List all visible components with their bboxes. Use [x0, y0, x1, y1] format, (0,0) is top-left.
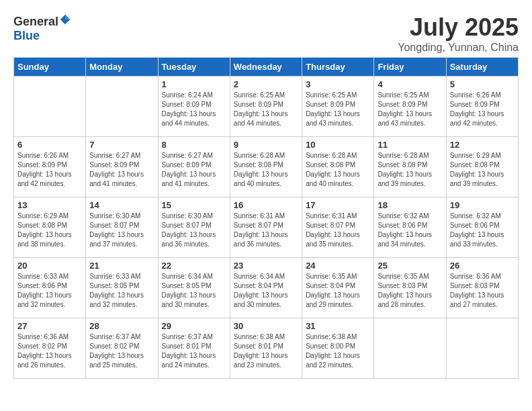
calendar-cell: [86, 77, 158, 137]
calendar-cell: 31Sunrise: 6:38 AM Sunset: 8:00 PM Dayli…: [302, 318, 374, 379]
day-number: 23: [234, 261, 298, 271]
logo-blue: Blue: [13, 29, 40, 42]
day-number: 7: [89, 140, 154, 150]
calendar-cell: 4Sunrise: 6:25 AM Sunset: 8:09 PM Daylig…: [374, 77, 446, 137]
day-info: Sunrise: 6:27 AM Sunset: 8:09 PM Dayligh…: [162, 151, 226, 189]
day-info: Sunrise: 6:38 AM Sunset: 8:00 PM Dayligh…: [306, 332, 370, 370]
day-info: Sunrise: 6:35 AM Sunset: 8:04 PM Dayligh…: [306, 272, 370, 310]
calendar-cell: 11Sunrise: 6:28 AM Sunset: 8:08 PM Dayli…: [374, 137, 446, 197]
day-number: 17: [306, 200, 370, 210]
day-number: 28: [89, 321, 154, 331]
day-number: 12: [450, 140, 515, 150]
weekday-header-sunday: Sunday: [14, 58, 86, 77]
day-number: 11: [378, 140, 442, 150]
calendar-cell: 25Sunrise: 6:35 AM Sunset: 8:03 PM Dayli…: [374, 258, 446, 318]
day-info: Sunrise: 6:29 AM Sunset: 8:08 PM Dayligh…: [17, 212, 82, 249]
day-number: 29: [162, 321, 226, 331]
day-info: Sunrise: 6:36 AM Sunset: 8:03 PM Dayligh…: [450, 272, 515, 310]
day-number: 5: [450, 79, 515, 89]
day-info: Sunrise: 6:28 AM Sunset: 8:08 PM Dayligh…: [306, 151, 370, 189]
day-number: 25: [378, 261, 442, 271]
day-number: 3: [306, 79, 370, 89]
logo: General Blue: [13, 13, 71, 43]
week-row-5: 27Sunrise: 6:36 AM Sunset: 8:02 PM Dayli…: [14, 318, 519, 379]
day-number: 31: [306, 321, 370, 331]
calendar-cell: 12Sunrise: 6:29 AM Sunset: 8:08 PM Dayli…: [446, 137, 518, 197]
weekday-header-friday: Friday: [374, 58, 446, 77]
calendar-cell: 20Sunrise: 6:33 AM Sunset: 8:06 PM Dayli…: [14, 258, 86, 318]
calendar-cell: [374, 318, 446, 379]
day-info: Sunrise: 6:34 AM Sunset: 8:04 PM Dayligh…: [234, 272, 298, 310]
day-info: Sunrise: 6:37 AM Sunset: 8:01 PM Dayligh…: [162, 332, 226, 370]
day-info: Sunrise: 6:34 AM Sunset: 8:05 PM Dayligh…: [162, 272, 226, 310]
page-header: General Blue July 2025 Yongding, Yunnan,…: [7, 7, 525, 57]
day-info: Sunrise: 6:26 AM Sunset: 8:09 PM Dayligh…: [17, 151, 82, 189]
day-number: 18: [378, 200, 442, 210]
weekday-header-wednesday: Wednesday: [230, 58, 302, 77]
day-number: 20: [17, 261, 82, 271]
week-row-3: 13Sunrise: 6:29 AM Sunset: 8:08 PM Dayli…: [14, 197, 519, 258]
svg-marker-1: [65, 15, 70, 19]
calendar-cell: 5Sunrise: 6:26 AM Sunset: 8:09 PM Daylig…: [446, 77, 518, 137]
calendar-cell: 30Sunrise: 6:38 AM Sunset: 8:01 PM Dayli…: [230, 318, 302, 379]
day-info: Sunrise: 6:30 AM Sunset: 8:07 PM Dayligh…: [162, 212, 226, 249]
calendar-cell: [446, 318, 518, 379]
calendar-cell: 17Sunrise: 6:31 AM Sunset: 8:07 PM Dayli…: [302, 197, 374, 258]
calendar-cell: 9Sunrise: 6:28 AM Sunset: 8:08 PM Daylig…: [230, 137, 302, 197]
day-info: Sunrise: 6:37 AM Sunset: 8:02 PM Dayligh…: [89, 332, 154, 370]
week-row-1: 1Sunrise: 6:24 AM Sunset: 8:09 PM Daylig…: [14, 77, 519, 137]
calendar-cell: 19Sunrise: 6:32 AM Sunset: 8:06 PM Dayli…: [446, 197, 518, 258]
day-info: Sunrise: 6:31 AM Sunset: 8:07 PM Dayligh…: [306, 212, 370, 249]
day-number: 30: [234, 321, 298, 331]
day-info: Sunrise: 6:32 AM Sunset: 8:06 PM Dayligh…: [450, 212, 515, 249]
calendar-cell: 22Sunrise: 6:34 AM Sunset: 8:05 PM Dayli…: [158, 258, 230, 318]
day-info: Sunrise: 6:33 AM Sunset: 8:05 PM Dayligh…: [89, 272, 154, 310]
calendar-cell: 1Sunrise: 6:24 AM Sunset: 8:09 PM Daylig…: [158, 77, 230, 137]
day-info: Sunrise: 6:25 AM Sunset: 8:09 PM Dayligh…: [306, 91, 370, 128]
logo-general: General: [13, 15, 58, 28]
calendar-cell: 6Sunrise: 6:26 AM Sunset: 8:09 PM Daylig…: [14, 137, 86, 197]
weekday-header-monday: Monday: [86, 58, 158, 77]
day-number: 14: [89, 200, 154, 210]
month-title: July 2025: [398, 13, 519, 42]
weekday-header-tuesday: Tuesday: [158, 58, 230, 77]
calendar-cell: 24Sunrise: 6:35 AM Sunset: 8:04 PM Dayli…: [302, 258, 374, 318]
calendar-cell: 23Sunrise: 6:34 AM Sunset: 8:04 PM Dayli…: [230, 258, 302, 318]
calendar-cell: 2Sunrise: 6:25 AM Sunset: 8:09 PM Daylig…: [230, 77, 302, 137]
location-title: Yongding, Yunnan, China: [398, 42, 519, 54]
title-block: July 2025 Yongding, Yunnan, China: [398, 13, 519, 54]
day-info: Sunrise: 6:26 AM Sunset: 8:09 PM Dayligh…: [450, 91, 515, 128]
day-info: Sunrise: 6:29 AM Sunset: 8:08 PM Dayligh…: [450, 151, 515, 189]
day-number: 15: [162, 200, 226, 210]
day-number: 19: [450, 200, 515, 210]
day-number: 1: [162, 79, 226, 89]
day-info: Sunrise: 6:36 AM Sunset: 8:02 PM Dayligh…: [17, 332, 82, 370]
calendar-cell: 10Sunrise: 6:28 AM Sunset: 8:08 PM Dayli…: [302, 137, 374, 197]
day-info: Sunrise: 6:25 AM Sunset: 8:09 PM Dayligh…: [378, 91, 442, 128]
day-number: 24: [306, 261, 370, 271]
day-number: 21: [89, 261, 154, 271]
calendar-cell: 8Sunrise: 6:27 AM Sunset: 8:09 PM Daylig…: [158, 137, 230, 197]
calendar-cell: 15Sunrise: 6:30 AM Sunset: 8:07 PM Dayli…: [158, 197, 230, 258]
calendar-cell: 14Sunrise: 6:30 AM Sunset: 8:07 PM Dayli…: [86, 197, 158, 258]
day-number: 13: [17, 200, 82, 210]
day-info: Sunrise: 6:27 AM Sunset: 8:09 PM Dayligh…: [89, 151, 154, 189]
calendar-cell: 26Sunrise: 6:36 AM Sunset: 8:03 PM Dayli…: [446, 258, 518, 318]
day-number: 27: [17, 321, 82, 331]
calendar-cell: 16Sunrise: 6:31 AM Sunset: 8:07 PM Dayli…: [230, 197, 302, 258]
day-number: 26: [450, 261, 515, 271]
calendar-cell: 21Sunrise: 6:33 AM Sunset: 8:05 PM Dayli…: [86, 258, 158, 318]
day-info: Sunrise: 6:28 AM Sunset: 8:08 PM Dayligh…: [234, 151, 298, 189]
day-number: 4: [378, 79, 442, 89]
day-info: Sunrise: 6:24 AM Sunset: 8:09 PM Dayligh…: [162, 91, 226, 128]
calendar-cell: 28Sunrise: 6:37 AM Sunset: 8:02 PM Dayli…: [86, 318, 158, 379]
day-info: Sunrise: 6:38 AM Sunset: 8:01 PM Dayligh…: [234, 332, 298, 370]
calendar-cell: 3Sunrise: 6:25 AM Sunset: 8:09 PM Daylig…: [302, 77, 374, 137]
day-info: Sunrise: 6:31 AM Sunset: 8:07 PM Dayligh…: [234, 212, 298, 249]
day-info: Sunrise: 6:33 AM Sunset: 8:06 PM Dayligh…: [17, 272, 82, 310]
logo-icon: [59, 13, 71, 26]
calendar-cell: 18Sunrise: 6:32 AM Sunset: 8:06 PM Dayli…: [374, 197, 446, 258]
calendar-cell: [14, 77, 86, 137]
day-number: 9: [234, 140, 298, 150]
day-info: Sunrise: 6:28 AM Sunset: 8:08 PM Dayligh…: [378, 151, 442, 189]
